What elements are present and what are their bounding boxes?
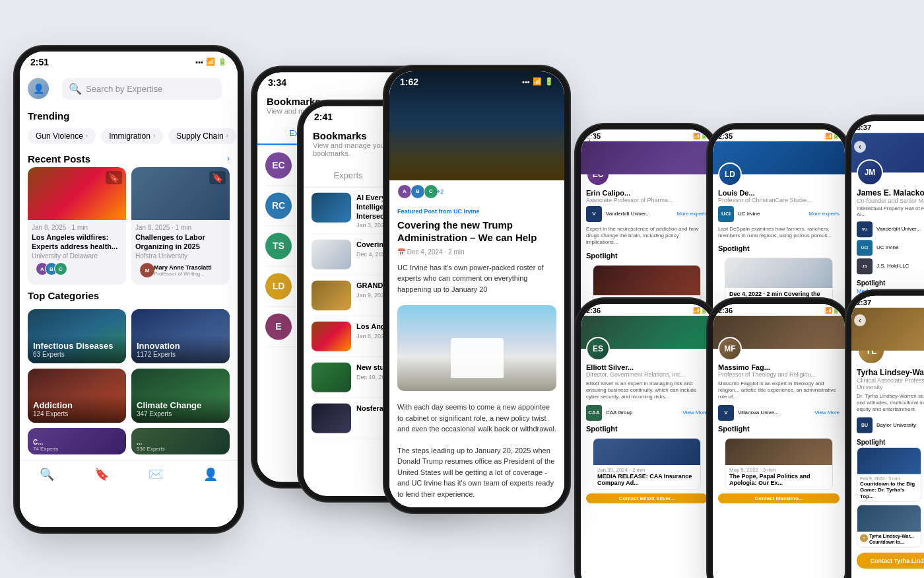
post-title-10-1: Countdown to the Big Game: Dr. Tyrha's T… <box>860 480 918 499</box>
profile-name-5: Erin Calipo... <box>586 189 708 197</box>
category-card-3[interactable]: Addiction 124 Experts <box>28 369 126 423</box>
author-avatar-3: C <box>54 262 67 275</box>
category-1-overlay: Infectious Diseases 63 Experts <box>28 336 126 363</box>
categories-label: Top Categories <box>28 290 230 305</box>
category-card-2[interactable]: Innovation 1172 Experts <box>131 309 230 363</box>
chevron-icon-3: › <box>226 132 228 139</box>
profile-nav-icon: 👤 <box>203 467 218 482</box>
post1-title: Los Angeles wildfires: Experts address h… <box>32 233 122 252</box>
post-10-3[interactable]: T Tyrha Lindsey-War... Countdown to... <box>857 505 921 548</box>
spotlight-label-9: Spotlight <box>857 275 924 288</box>
nav-profile[interactable]: 👤 <box>203 467 218 482</box>
article-author-3: C <box>424 184 438 199</box>
see-all-link[interactable]: › <box>227 154 230 163</box>
battery-icon-4: 🔋 <box>544 77 554 86</box>
nav-bookmarks[interactable]: 🔖 <box>94 467 109 482</box>
nav-search[interactable]: 🔍 <box>40 467 54 482</box>
bookmark-icon-2[interactable]: 🔖 <box>209 171 226 184</box>
org-9-2: UC Irvine <box>876 244 898 250</box>
user-avatar[interactable]: 👤 <box>28 78 49 99</box>
profile-avatar-9: JM <box>857 159 883 186</box>
profile-desc-8: Massimo Faggiol is an expert in theology… <box>718 380 840 401</box>
bookmark-icon-1[interactable]: 🔖 <box>106 171 122 184</box>
recent-posts-label: Recent Posts <box>28 153 90 164</box>
bottom-nav: 🔍 🔖 ✉️ 👤 <box>20 460 238 487</box>
trending-row: Gun Violence › Immigration › Supply Chai… <box>20 124 238 148</box>
profile-role-10: Clinical Associate Professor of Marketin… <box>857 377 924 390</box>
category-3-name: Addiction <box>33 400 121 410</box>
article-author-row: A B C +2 <box>389 180 564 203</box>
time-2: 3:34 <box>268 77 286 88</box>
search-bar[interactable]: 🔍 Search by Expertise <box>62 78 222 100</box>
contact-btn-10[interactable]: Contact Tyrha Lindsey-Warren, Ph.D. <box>857 553 924 569</box>
org-name-6: UC Irvine <box>738 211 760 217</box>
top-categories: Top Categories Infectious Diseases 63 Ex… <box>20 285 238 460</box>
featured-badge: Featured Post from UC Irvine <box>389 203 564 216</box>
post-bk-thumb-4 <box>312 322 351 351</box>
nav-messages[interactable]: ✉️ <box>148 467 163 482</box>
contact-btn-7[interactable]: Contact Elliott Silver... <box>586 493 708 503</box>
signal-icon-4: ▪▪▪ <box>522 78 530 86</box>
spotlight-post-7[interactable]: Jan 30, 2024 · 2 min MEDIA RELEASE: CAA … <box>593 438 701 490</box>
profile-name-8: Massimo Fag... <box>718 363 840 371</box>
bk-avatar-2: RC <box>265 192 292 219</box>
nav-prev-10[interactable]: ‹ <box>854 314 866 326</box>
tab-experts-3[interactable]: Experts <box>304 164 393 186</box>
spotlight-title-7: MEDIA RELEASE: CAA Insurance Company Ad.… <box>597 473 696 488</box>
post2-title: Challenges to Labor Organizing in 2025 <box>135 233 226 252</box>
wifi-icon: 📶 <box>206 57 215 66</box>
category-2-overlay: Innovation 1172 Experts <box>131 336 230 363</box>
post2-org: Hofstra University <box>135 252 226 260</box>
search-input[interactable]: Search by Expertise <box>86 84 162 94</box>
article-body1: With each day seems to come a new appoin… <box>389 396 564 440</box>
post-10-1[interactable]: Feb 9, 2024 · 5 min Countdown to the Big… <box>857 447 921 502</box>
search-icon: 🔍 <box>69 83 82 95</box>
profile-title-8: Professor of Theology and Religiou... <box>718 371 840 378</box>
category-card-4[interactable]: Climate Change 347 Experts <box>131 369 230 423</box>
profile-desc-10: Dr. Tyrha Lindsey-Warren studies consume… <box>857 392 924 413</box>
post-title-10-3: Tyrha Lindsey-War... Countdown to... <box>869 534 918 545</box>
category-card-1[interactable]: Infectious Diseases 63 Experts <box>28 309 126 363</box>
trending-chip-1[interactable]: Gun Violence › <box>28 128 96 144</box>
time-3: 2:41 <box>314 111 333 122</box>
bk-avatar-4: LD <box>265 273 292 299</box>
status-icons-4: ▪▪▪ 📶 🔋 <box>522 77 554 86</box>
nav-prev-9[interactable]: ‹ <box>854 141 866 153</box>
post1-org: University of Delaware <box>32 252 122 260</box>
trending-chip-3[interactable]: Supply Chain › <box>168 128 236 144</box>
time-4: 1:62 <box>400 77 418 87</box>
category-3-overlay: Addiction 124 Experts <box>28 395 126 423</box>
profile-avatar-8: MF <box>718 337 742 361</box>
trending-chip-2[interactable]: Immigration › <box>101 128 163 144</box>
article-author-1: A <box>397 184 412 199</box>
org-link-8[interactable]: View More <box>814 410 840 415</box>
org-link-6[interactable]: More experts <box>808 211 840 217</box>
author2-avatar: M <box>139 262 155 278</box>
spotlight-label-10: Spotlight <box>857 434 924 447</box>
post-card-2[interactable]: 🔖 Jan 8, 2025 · 1 min Challenges to Labo… <box>131 167 230 285</box>
profile-content-8: MF Massimo Fag... Professor of Theology … <box>713 337 845 504</box>
profile-content-7: ES Elliott Silver... Director, Governmen… <box>581 337 713 504</box>
spotlight-label-8: Spotlight <box>718 422 840 435</box>
post-card-1[interactable]: 🔖 Jan 8, 2025 · 1 min Los Angeles wildfi… <box>28 167 126 285</box>
profile-desc-9: Intellectual Property Hall of Famer... B… <box>857 205 924 217</box>
post-bk-thumb-3 <box>312 281 351 310</box>
post2-author-title: Professor of Writing... <box>154 271 212 277</box>
spotlight-label-5: Spotlight <box>586 249 708 262</box>
bookmark-nav-icon: 🔖 <box>94 467 109 482</box>
contact-btn-8[interactable]: Contact Massimo... <box>718 493 840 503</box>
spotlight-label-6: Spotlight <box>718 242 840 255</box>
org-name-8: Villanova Unive... <box>738 410 779 415</box>
org-link-5[interactable]: More experts <box>676 211 708 217</box>
phone-main: 2:51 ▪▪▪ 📶 🔋 👤 🔍 Search by Expertise <box>20 52 238 527</box>
post1-date: Jan 8, 2025 · 1 min <box>32 224 122 231</box>
org-link-7[interactable]: View More <box>682 410 708 415</box>
phone-article: 1:62 ▪▪▪ 📶 🔋 A B C +2 <box>389 71 564 507</box>
spotlight-img-7 <box>593 439 700 465</box>
org-logo-9-3: JS <box>857 258 873 274</box>
article-intro: UC Irvine has it's own power-packed rost… <box>389 257 564 301</box>
chevron-icon-1: › <box>86 132 88 139</box>
spotlight-post-8[interactable]: May 5, 2022 · 3 min The Pope, Papal Poli… <box>725 438 833 490</box>
org-logo-caa: CAA <box>586 405 602 421</box>
spotlight-img-6 <box>725 258 832 288</box>
